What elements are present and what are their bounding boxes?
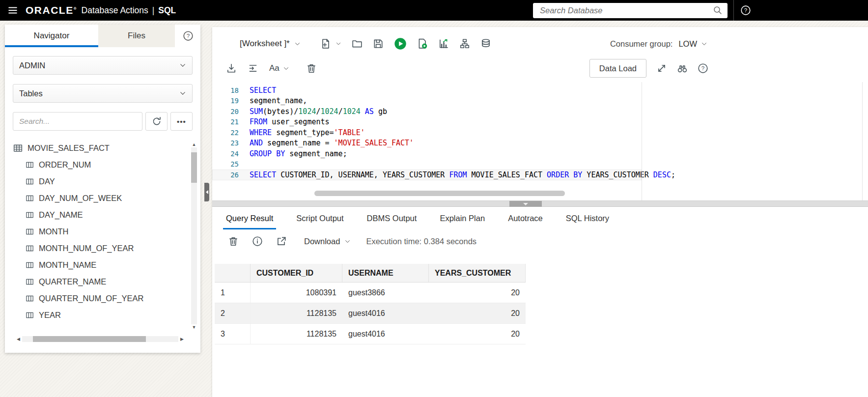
- results-tab[interactable]: Autotrace: [508, 207, 543, 229]
- chevron-down-icon: [179, 62, 186, 69]
- export-icon: [276, 236, 287, 247]
- editor-line[interactable]: 20 SUM(bytes)/1024/1024/1024 AS gb: [212, 106, 868, 117]
- table-row[interactable]: 2 1128135 guest4016 20: [215, 303, 526, 324]
- menu-button[interactable]: [0, 5, 26, 16]
- worksheet-panel: [Worksheet ]*: [212, 27, 868, 397]
- tree-item-column[interactable]: MONTH_NUM_OF_YEAR: [13, 240, 193, 256]
- results-tab[interactable]: DBMS Output: [367, 207, 417, 229]
- sidebar-help-button[interactable]: ?: [183, 25, 200, 47]
- sql-history-button[interactable]: [480, 38, 491, 49]
- scroll-thumb[interactable]: [191, 152, 197, 183]
- download-menu[interactable]: Download: [304, 237, 351, 246]
- tab-navigator[interactable]: Navigator: [5, 25, 98, 47]
- data-load-button[interactable]: Data Load: [589, 59, 646, 78]
- explain-plan-button[interactable]: [438, 38, 449, 49]
- consumer-group-select[interactable]: LOW: [678, 39, 707, 49]
- column-icon: [25, 311, 34, 320]
- maximize-button[interactable]: [656, 63, 667, 74]
- header-rownum[interactable]: [215, 264, 251, 282]
- worksheet-title-menu[interactable]: [Worksheet ]*: [240, 39, 301, 49]
- database-search-input[interactable]: [540, 6, 713, 15]
- run-script-button[interactable]: [417, 38, 428, 49]
- object-search-input[interactable]: [13, 112, 142, 131]
- font-size-button[interactable]: Aa: [269, 63, 289, 73]
- database-search[interactable]: [533, 3, 728, 18]
- schema-select[interactable]: ADMIN: [13, 56, 193, 75]
- table-row[interactable]: 1 1080391 guest3866 20: [215, 283, 526, 303]
- results-panel: Query Result Script Output DBMS Output E…: [212, 207, 868, 397]
- run-button[interactable]: [394, 37, 407, 50]
- autotrace-button[interactable]: [459, 38, 470, 49]
- cell-customer-id: 1080391: [251, 288, 342, 297]
- table-row[interactable]: 3 1128135 guest4016 20: [215, 324, 526, 344]
- tree-item-column[interactable]: QUARTER_NAME: [13, 273, 193, 290]
- find-button[interactable]: [677, 63, 688, 74]
- tree-item-column[interactable]: MONTH: [13, 223, 193, 240]
- header-years-customer[interactable]: YEARS_CUSTOMER: [429, 264, 526, 282]
- editor-line[interactable]: 23 AND segment_name = 'MOVIE_SALES_FACT': [212, 138, 868, 149]
- line-code: SELECT CUSTOMER_ID, USERNAME, YEARS_CUST…: [250, 170, 675, 179]
- new-worksheet-menu-button[interactable]: [336, 41, 341, 47]
- column-icon: [25, 160, 34, 170]
- clear-worksheet-button[interactable]: [306, 63, 317, 74]
- refresh-button[interactable]: [145, 112, 168, 131]
- collapse-panel-handle[interactable]: [204, 183, 209, 201]
- scroll-thumb[interactable]: [314, 191, 565, 196]
- tree-item-table[interactable]: MOVIE_SALES_FACT: [13, 140, 193, 156]
- save-button[interactable]: [373, 38, 384, 49]
- tree-item-column[interactable]: MONTH_NAME: [13, 256, 193, 273]
- editor-line[interactable]: 18 SELECT: [212, 85, 868, 96]
- sidebar-vertical-scrollbar[interactable]: ▲ ▼: [191, 142, 197, 330]
- tree-item-column[interactable]: YEAR: [13, 307, 193, 322]
- tree-column-label: MONTH_NUM_OF_YEAR: [39, 244, 134, 253]
- panel-splitter[interactable]: [212, 200, 868, 207]
- scroll-up-arrow[interactable]: ▲: [192, 142, 196, 147]
- header-customer-id[interactable]: CUSTOMER_ID: [251, 264, 342, 282]
- scroll-track[interactable]: [191, 147, 197, 324]
- scroll-track[interactable]: [22, 336, 178, 342]
- column-icon: [25, 177, 34, 186]
- scroll-right-arrow[interactable]: ▶: [180, 336, 184, 342]
- sql-editor[interactable]: 18 SELECT 19 segment_name, 20 SUM(bytes)…: [212, 82, 868, 200]
- format-button[interactable]: [248, 63, 258, 74]
- cell-username: guest4016: [342, 309, 429, 318]
- svg-text:?: ?: [701, 65, 704, 71]
- folder-icon: [352, 38, 363, 49]
- search-icon[interactable]: [713, 5, 723, 15]
- open-file-button[interactable]: [352, 38, 363, 49]
- nav-tree-children: ORDER_NUM DAY DAY_NUM_OF_WEEK DAY_NAME: [13, 156, 193, 322]
- sidebar-horizontal-scrollbar[interactable]: ◀ ▶: [17, 335, 184, 343]
- help-button[interactable]: ?: [734, 5, 757, 16]
- results-tab[interactable]: Explain Plan: [440, 207, 485, 229]
- download-worksheet-button[interactable]: [226, 63, 237, 74]
- tree-item-column[interactable]: DAY_NUM_OF_WEEK: [13, 190, 193, 206]
- editor-line[interactable]: 24 GROUP BY segment_name;: [212, 148, 868, 159]
- results-tab[interactable]: SQL History: [566, 207, 609, 229]
- more-button[interactable]: •••: [170, 112, 193, 131]
- tab-files[interactable]: Files: [98, 25, 175, 47]
- editor-line[interactable]: 22 WHERE segment_type='TABLE': [212, 127, 868, 138]
- splitter-grip[interactable]: [509, 201, 542, 207]
- results-tab[interactable]: Query Result: [226, 207, 273, 229]
- editor-line[interactable]: 19 segment_name,: [212, 96, 868, 107]
- object-type-select[interactable]: Tables: [13, 84, 193, 103]
- tree-item-column[interactable]: DAY_NAME: [13, 206, 193, 223]
- new-worksheet-button[interactable]: [320, 38, 331, 49]
- open-result-button[interactable]: [276, 236, 287, 247]
- clear-results-button[interactable]: [228, 236, 239, 247]
- editor-line[interactable]: 21 FROM user_segments: [212, 117, 868, 128]
- scroll-down-arrow[interactable]: ▼: [192, 324, 196, 330]
- help-icon: ?: [740, 5, 751, 16]
- tree-item-column[interactable]: QUARTER_NUM_OF_YEAR: [13, 290, 193, 307]
- results-tab[interactable]: Script Output: [296, 207, 343, 229]
- header-username[interactable]: USERNAME: [342, 264, 429, 282]
- worksheet-help-button[interactable]: ?: [698, 63, 708, 74]
- editor-line[interactable]: 25: [212, 159, 868, 170]
- scroll-left-arrow[interactable]: ◀: [17, 336, 20, 342]
- tree-item-column[interactable]: DAY: [13, 173, 193, 190]
- tree-item-column[interactable]: ORDER_NUM: [13, 156, 193, 173]
- editor-horizontal-scrollbar[interactable]: [261, 191, 642, 196]
- result-info-button[interactable]: [252, 236, 263, 247]
- scroll-thumb[interactable]: [33, 336, 146, 342]
- editor-line[interactable]: 26 SELECT CUSTOMER_ID, USERNAME, YEARS_C…: [212, 170, 642, 180]
